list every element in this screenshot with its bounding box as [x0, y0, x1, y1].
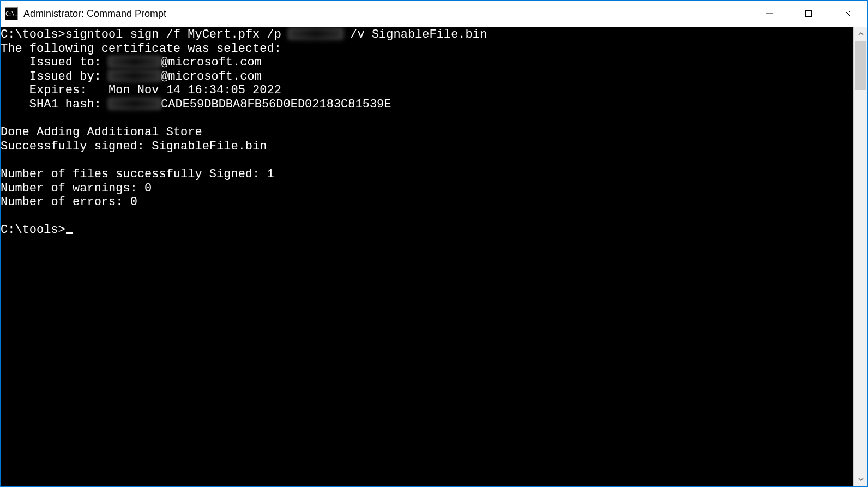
close-button[interactable]	[828, 1, 867, 27]
maximize-icon	[805, 10, 812, 17]
command-line: C:\tools>signtool sign /f MyCert.pfx /p …	[1, 28, 853, 42]
command-prompt-window: C:\. Administrator: Command Prompt C:\to…	[0, 0, 868, 487]
cursor	[66, 232, 73, 234]
window-controls	[750, 1, 867, 27]
vertical-scrollbar[interactable]	[853, 27, 867, 486]
issued-to-line: Issued to: @microsoft.com	[1, 56, 853, 70]
cert-header: The following certificate was selected:	[1, 42, 853, 56]
close-icon	[844, 10, 852, 17]
svg-rect-1	[806, 11, 812, 17]
num-warnings-line: Number of warnings: 0	[1, 182, 853, 196]
redacted-issued-by	[108, 70, 161, 81]
minimize-icon	[765, 10, 773, 17]
redacted-issued-to	[108, 56, 161, 67]
chevron-down-icon	[858, 477, 864, 482]
blank-line	[1, 112, 853, 126]
maximize-button[interactable]	[789, 1, 828, 27]
done-store-line: Done Adding Additional Store	[1, 125, 853, 140]
prompt-line: C:\tools>	[1, 223, 853, 237]
scroll-down-button[interactable]	[854, 472, 867, 486]
scroll-track[interactable]	[854, 41, 867, 472]
issued-by-line: Issued by: @microsoft.com	[1, 70, 853, 84]
blank-line	[1, 209, 853, 224]
expires-line: Expires: Mon Nov 14 16:34:05 2022	[1, 83, 853, 98]
num-signed-line: Number of files successfully Signed: 1	[1, 167, 853, 182]
minimize-button[interactable]	[750, 1, 789, 27]
redacted-password	[288, 28, 343, 39]
titlebar[interactable]: C:\. Administrator: Command Prompt	[1, 1, 867, 27]
sha1-line: SHA1 hash: CADE59DBDBA8FB56D0ED02183C815…	[1, 98, 853, 112]
success-line: Successfully signed: SignableFile.bin	[1, 140, 853, 154]
redacted-sha1-prefix	[108, 98, 161, 109]
cmd-icon: C:\.	[5, 7, 18, 20]
num-errors-line: Number of errors: 0	[1, 195, 853, 209]
terminal-output[interactable]: C:\tools>signtool sign /f MyCert.pfx /p …	[1, 27, 853, 486]
chevron-up-icon	[858, 31, 864, 37]
scroll-up-button[interactable]	[854, 27, 867, 41]
blank-line	[1, 153, 853, 167]
client-area: C:\tools>signtool sign /f MyCert.pfx /p …	[1, 27, 867, 486]
window-title: Administrator: Command Prompt	[23, 8, 166, 20]
scroll-thumb[interactable]	[855, 41, 866, 90]
